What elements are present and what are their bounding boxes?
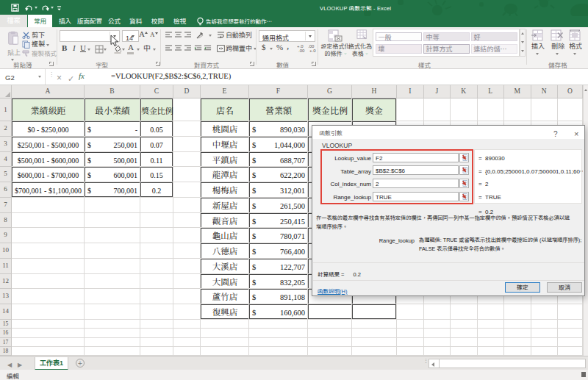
column-header-A[interactable]: A [12, 85, 85, 98]
row-header-3[interactable]: 3 [0, 137, 12, 152]
column-header-L[interactable]: L [478, 85, 505, 98]
wrap-text-icon[interactable] [217, 32, 225, 38]
scroll-up-arrow[interactable] [584, 89, 587, 91]
row-header-16[interactable]: 16 [0, 329, 12, 337]
cell-F5[interactable]: $622,200 [249, 167, 307, 182]
accounting-dropdown[interactable] [270, 48, 273, 50]
cell-C2[interactable]: 0.05 [140, 121, 173, 136]
fill-color-dropdown[interactable] [122, 49, 125, 51]
row-header-1[interactable]: 1 [0, 98, 12, 121]
italic-button[interactable]: I [73, 44, 76, 51]
cell-B5[interactable]: $600,001 [85, 167, 140, 182]
cell-F11[interactable]: $122,707 [249, 259, 307, 273]
row-header-12[interactable]: 12 [0, 274, 12, 290]
font-color-dropdown[interactable] [137, 49, 140, 51]
cell-F1[interactable]: 營業額 [249, 98, 307, 121]
cell-H14[interactable] [352, 304, 396, 319]
paste-label[interactable]: 貼上 [7, 49, 21, 57]
comma-style-icon[interactable]: , [287, 42, 289, 49]
cell-F10[interactable]: $766,400 [249, 243, 307, 258]
font-size-dropdown[interactable] [129, 32, 137, 40]
redo-icon[interactable] [41, 4, 49, 12]
cell-C6[interactable]: 0.2 [140, 182, 173, 197]
hscroll-thumb[interactable] [439, 359, 584, 368]
indent-icons[interactable] [194, 45, 212, 51]
insert-function-icon[interactable]: fx [79, 71, 85, 80]
cell-G1[interactable]: 獎金比例 [308, 98, 351, 121]
grow-font-icon[interactable]: A [139, 30, 145, 37]
number-format-dropdown[interactable] [305, 32, 314, 40]
style-計算方式[interactable]: 計算方式 [423, 44, 470, 54]
cell-A2[interactable]: $0 - $250,000 [12, 121, 84, 136]
cell-E5[interactable]: 龍潭店 [201, 167, 248, 182]
cell-A1[interactable]: 業績級距 [12, 98, 84, 121]
row-header-14[interactable]: 14 [0, 304, 12, 320]
cell-A3[interactable]: $250,001 - $500,000 [12, 137, 84, 151]
undo-dropdown[interactable] [35, 7, 37, 9]
cancel-button[interactable]: 取消 [547, 282, 582, 293]
sheet-next-arrow[interactable]: ▶ [18, 360, 22, 368]
column-header-H[interactable]: H [352, 85, 397, 98]
row-header-6[interactable]: 6 [0, 182, 12, 198]
tab-splitter[interactable]: ⋮⋮ [423, 359, 426, 368]
cell-E12[interactable]: 大園店 [201, 274, 248, 289]
style-一般[interactable]: 一般 [376, 32, 422, 42]
shrink-font-icon[interactable]: A [150, 31, 155, 38]
column-header-I[interactable]: I [397, 85, 424, 98]
cell-F7[interactable]: $261,500 [249, 198, 307, 212]
cell-A5[interactable]: $600,001 - $700,000 [12, 167, 84, 182]
copy-icon[interactable] [22, 40, 30, 49]
formula-input[interactable]: =VLOOKUP(F2,$B$2:$C$6,2,TRUE) [111, 72, 231, 80]
row-header-15[interactable]: 15 [0, 320, 12, 329]
cell-G14[interactable] [308, 304, 351, 319]
percent-style-icon[interactable]: % [276, 43, 283, 51]
gallery-more-arrow[interactable] [521, 50, 524, 52]
tab-公式[interactable]: 公式 [106, 15, 123, 27]
row-header-5[interactable]: 5 [0, 167, 12, 182]
cell-E3[interactable]: 中壢店 [201, 137, 248, 151]
cell-A4[interactable]: $500,001 - $600,000 [12, 152, 84, 167]
tab-版面配置[interactable]: 版面配置 [75, 15, 104, 27]
paste-icon[interactable] [7, 31, 20, 46]
select-all-corner[interactable] [0, 85, 12, 98]
style-好[interactable]: 好 [471, 32, 517, 42]
redo-dropdown[interactable] [51, 7, 54, 9]
function-help-link[interactable]: 函數說明(H) [318, 287, 347, 295]
copy-label[interactable]: 複製 [32, 40, 45, 48]
phonetic-icon[interactable]: 中 [143, 44, 151, 51]
cell-F4[interactable]: $688,707 [249, 152, 307, 167]
format-cells-label[interactable]: 格式 [569, 43, 582, 50]
cell-E7[interactable]: 新屋店 [201, 198, 248, 212]
gallery-up-arrow[interactable] [521, 32, 524, 35]
cell-H1[interactable]: 獎金 [352, 98, 396, 121]
column-header-D[interactable]: D [173, 85, 201, 98]
delete-cells-dropdown[interactable] [556, 53, 559, 55]
alignment-launcher[interactable] [250, 62, 254, 66]
cell-F6[interactable]: $312,001 [249, 182, 307, 197]
row-header-2[interactable]: 2 [0, 121, 12, 137]
cell-E1[interactable]: 店名 [201, 98, 248, 121]
cell-C5[interactable]: 0.15 [140, 167, 173, 182]
row-header-9[interactable]: 9 [0, 228, 12, 243]
align-top-icon[interactable] [165, 32, 193, 38]
horizontal-scrollbar[interactable] [429, 359, 586, 368]
borders-dropdown[interactable] [104, 49, 107, 51]
style-壞[interactable]: 壞 [376, 44, 422, 54]
cell-E14[interactable]: 復興店 [201, 304, 248, 319]
row-header-18[interactable]: 18 [0, 347, 12, 356]
cell-E10[interactable]: 八德店 [201, 243, 248, 258]
borders-icon[interactable] [95, 45, 104, 54]
cell-F9[interactable]: $780,071 [249, 228, 307, 243]
tab-資料[interactable]: 資料 [127, 15, 144, 27]
cell-F14[interactable]: $160,600 [249, 304, 307, 319]
format-painter-icon[interactable] [22, 49, 30, 57]
cancel-icon[interactable]: × [57, 71, 62, 83]
insert-cells-label[interactable]: 插入 [531, 43, 545, 50]
qat-customize-icon[interactable] [57, 4, 62, 12]
cell-E2[interactable]: 桃園店 [201, 121, 248, 136]
accounting-format-icon[interactable]: $ [262, 43, 266, 51]
underline-button[interactable]: U [80, 44, 86, 51]
row-header-10[interactable]: 10 [0, 243, 12, 259]
phonetic-dropdown[interactable] [153, 49, 156, 51]
gallery-down-arrow[interactable] [521, 41, 524, 43]
